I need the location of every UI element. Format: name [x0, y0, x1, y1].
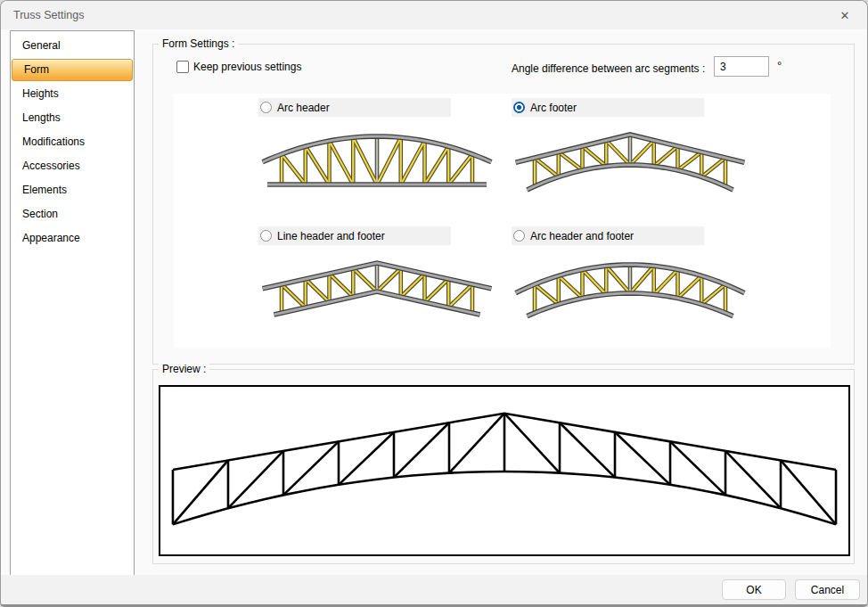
radio-arc-header[interactable]: [260, 102, 272, 113]
radio-label-arc-header-and-footer: Arc header and footer: [530, 230, 634, 242]
titlebar: Truss Settings ✕: [1, 1, 867, 29]
cancel-button[interactable]: Cancel: [795, 579, 860, 600]
sidebar-item-modifications[interactable]: Modifications: [11, 130, 134, 154]
radio-line-header-and-footer[interactable]: [260, 230, 272, 242]
radio-label-arc-footer: Arc footer: [530, 102, 577, 114]
sidebar-item-form[interactable]: Form: [12, 59, 133, 81]
degree-unit-label: °: [777, 59, 782, 72]
angle-difference-label: Angle difference between arc segments :: [512, 62, 705, 75]
radio-row-arc-footer[interactable]: Arc footer: [512, 98, 704, 117]
main-panel: Form Settings : Keep previous settings A…: [152, 30, 855, 578]
window-title: Truss Settings: [13, 9, 84, 21]
sidebar-item-accessories[interactable]: Accessories: [11, 154, 134, 178]
preview-canvas: [159, 385, 850, 556]
arc-header-truss-image: [258, 124, 495, 195]
sidebar: GeneralFormHeightsLengthsModificationsAc…: [10, 30, 135, 578]
preview-group: Preview :: [152, 369, 855, 564]
option-line-header-and-footer: Line header and footer: [258, 226, 499, 324]
close-button[interactable]: ✕: [830, 3, 860, 28]
option-arc-header-and-footer: Arc header and footer: [512, 226, 752, 324]
ok-button[interactable]: OK: [722, 579, 786, 600]
radio-arc-footer[interactable]: [513, 102, 525, 113]
form-settings-group: Form Settings : Keep previous settings A…: [152, 44, 855, 365]
preview-group-label: Preview :: [159, 363, 209, 375]
footer-bar: OK Cancel: [1, 575, 867, 604]
radio-label-line-header-and-footer: Line header and footer: [277, 230, 385, 242]
truss-settings-dialog: Truss Settings ✕ GeneralFormHeightsLengt…: [0, 0, 868, 607]
close-icon: ✕: [840, 9, 850, 22]
sidebar-item-general[interactable]: General: [11, 34, 134, 58]
keep-previous-settings-checkbox[interactable]: [176, 61, 189, 73]
keep-previous-settings-label: Keep previous settings: [193, 61, 301, 73]
arc-header-footer-truss-image: [512, 252, 749, 324]
line-header-footer-truss-image: [258, 252, 495, 324]
sidebar-item-section[interactable]: Section: [11, 202, 134, 226]
angle-difference-input[interactable]: [714, 56, 769, 77]
radio-label-arc-header: Arc header: [277, 102, 330, 114]
radio-row-arc-header[interactable]: Arc header: [258, 98, 451, 117]
option-arc-header: Arc header: [258, 98, 499, 195]
option-arc-footer: Arc footer: [512, 98, 752, 195]
arc-footer-truss-image: [512, 124, 749, 195]
sidebar-item-heights[interactable]: Heights: [11, 82, 134, 106]
radio-row-line-header-and-footer[interactable]: Line header and footer: [258, 226, 451, 245]
sidebar-item-elements[interactable]: Elements: [11, 178, 134, 202]
preview-truss-image: [160, 387, 848, 554]
radio-row-arc-header-and-footer[interactable]: Arc header and footer: [512, 226, 704, 245]
keep-previous-settings-checkbox-row[interactable]: Keep previous settings: [176, 61, 301, 73]
form-settings-group-label: Form Settings :: [159, 37, 238, 50]
truss-form-options-panel: Arc headerArc footerLine header and foot…: [174, 94, 831, 348]
radio-arc-header-and-footer[interactable]: [513, 230, 525, 242]
sidebar-item-lengths[interactable]: Lengths: [11, 106, 134, 130]
sidebar-item-appearance[interactable]: Appearance: [11, 226, 134, 250]
